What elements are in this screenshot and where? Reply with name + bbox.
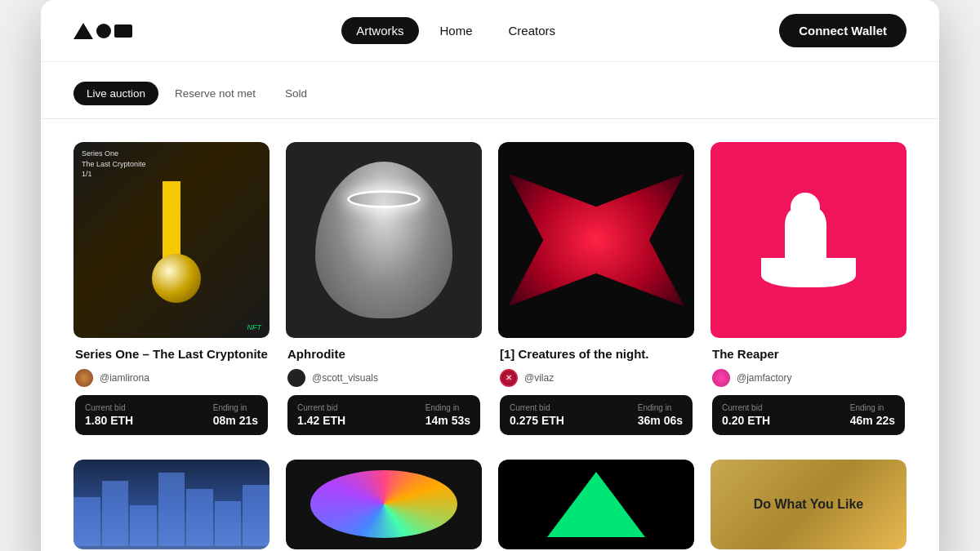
ending-section-creatures: Ending in 36m 06s <box>638 403 683 427</box>
current-bid-label-creatures: Current bid <box>510 403 564 412</box>
artwork-card-reaper[interactable]: The Reaper @jamfactory Current bid 0.20 … <box>710 142 906 443</box>
ending-label-creatures: Ending in <box>638 403 683 412</box>
artwork-image-creatures <box>498 142 694 338</box>
author-avatar-scott-visuals <box>287 369 305 387</box>
artwork-image-disco <box>286 460 482 549</box>
artworks-grid: Series One The Last Cryptonite 1/1 NFT S… <box>41 119 939 551</box>
logo-rect-icon <box>114 24 132 38</box>
artwork-card-disco[interactable] <box>286 460 482 549</box>
author-name-reaper: @jamfactory <box>737 372 792 384</box>
filter-live-auction[interactable]: Live auction <box>74 82 158 105</box>
current-bid-label-reaper: Current bid <box>722 403 770 412</box>
author-name-series-one: @iamlirona <box>100 372 149 384</box>
card1-nft-label: NFT <box>247 323 262 331</box>
card-author-reaper: @jamfactory <box>712 369 905 387</box>
card2-bust <box>315 162 452 318</box>
building-4 <box>158 473 185 546</box>
card-author-creatures: ✕ @vilaz <box>500 369 693 387</box>
card-title-series-one: Series One – The Last Cryptonite <box>75 346 268 362</box>
logo <box>74 23 132 39</box>
disco-ball <box>310 470 457 538</box>
card-title-creatures: [1] Creatures of the night. <box>500 346 693 362</box>
connect-wallet-button[interactable]: Connect Wallet <box>779 14 906 47</box>
bid-bar-creatures: Current bid 0.275 ETH Ending in 36m 06s <box>500 395 693 435</box>
artwork-card-graffiti[interactable]: Do What You Like <box>710 460 906 549</box>
artwork-card-aphrodite[interactable]: Aphrodite @scott_visuals Current bid 1.4… <box>286 142 482 443</box>
browser-window: Artworks Home Creators Connect Wallet Li… <box>41 0 939 551</box>
author-avatar-vilaz: ✕ <box>500 369 518 387</box>
card-info-series-one: Series One – The Last Cryptonite @iamlir… <box>74 338 270 443</box>
building-6 <box>215 501 242 546</box>
current-bid-value-aphrodite: 1.42 ETH <box>297 414 345 427</box>
filter-bar: Live auction Reserve not met Sold <box>41 62 939 119</box>
author-avatar-iamlirona <box>75 369 93 387</box>
card4-figure <box>750 181 867 299</box>
card-info-reaper: The Reaper @jamfactory Current bid 0.20 … <box>710 338 906 443</box>
card-title-reaper: The Reaper <box>712 346 905 362</box>
author-avatar-jamfactory <box>712 369 730 387</box>
current-bid-value-reaper: 0.20 ETH <box>722 414 770 427</box>
card3-wings <box>508 157 684 323</box>
pyramid-shape <box>547 472 645 537</box>
author-name-creatures: @vilaz <box>524 372 554 384</box>
current-bid-section-creatures: Current bid 0.275 ETH <box>510 403 564 427</box>
logo-triangle-icon <box>74 23 93 39</box>
card2-ring <box>347 190 421 208</box>
ending-label-reaper: Ending in <box>850 403 895 412</box>
city-buildings <box>74 473 270 549</box>
current-bid-section-aphrodite: Current bid 1.42 ETH <box>297 403 345 427</box>
nav-home[interactable]: Home <box>425 17 488 44</box>
ending-label-series-one: Ending in <box>213 403 258 412</box>
current-bid-label-series-one: Current bid <box>85 403 133 412</box>
artwork-image-city <box>74 460 270 549</box>
nav-links: Artworks Home Creators <box>341 17 570 44</box>
artwork-image-series-one: Series One The Last Cryptonite 1/1 NFT <box>74 142 270 338</box>
card-author-aphrodite: @scott_visuals <box>287 369 480 387</box>
current-bid-section-series-one: Current bid 1.80 ETH <box>85 403 133 427</box>
card-author-series-one: @iamlirona <box>75 369 268 387</box>
artwork-image-pyramid <box>498 460 694 549</box>
building-2 <box>102 481 129 546</box>
ending-value-reaper: 46m 22s <box>850 414 895 427</box>
card-info-aphrodite: Aphrodite @scott_visuals Current bid 1.4… <box>286 338 482 443</box>
card1-sphere <box>152 254 201 303</box>
card-title-aphrodite: Aphrodite <box>287 346 480 362</box>
artwork-image-aphrodite <box>286 142 482 338</box>
ending-section-aphrodite: Ending in 14m 53s <box>425 403 470 427</box>
graffiti-text: Do What You Like <box>710 460 906 549</box>
nav-artworks[interactable]: Artworks <box>341 17 418 44</box>
nav-creators[interactable]: Creators <box>494 17 571 44</box>
card1-label: Series One The Last Cryptonite 1/1 <box>82 149 146 180</box>
artwork-image-reaper <box>710 142 906 338</box>
building-5 <box>186 489 213 546</box>
building-1 <box>74 497 100 546</box>
bid-bar-series-one: Current bid 1.80 ETH Ending in 08m 21s <box>75 395 268 435</box>
artwork-card-series-one[interactable]: Series One The Last Cryptonite 1/1 NFT S… <box>74 142 270 443</box>
current-bid-value-series-one: 1.80 ETH <box>85 414 133 427</box>
current-bid-value-creatures: 0.275 ETH <box>510 414 564 427</box>
artwork-card-creatures[interactable]: [1] Creatures of the night. ✕ @vilaz Cur… <box>498 142 694 443</box>
filter-sold[interactable]: Sold <box>272 82 320 105</box>
building-3 <box>130 505 157 546</box>
ending-section-reaper: Ending in 46m 22s <box>850 403 895 427</box>
current-bid-section-reaper: Current bid 0.20 ETH <box>722 403 770 427</box>
bid-bar-aphrodite: Current bid 1.42 ETH Ending in 14m 53s <box>287 395 480 435</box>
building-7 <box>243 485 270 546</box>
artwork-card-city[interactable] <box>74 460 270 549</box>
bid-bar-reaper: Current bid 0.20 ETH Ending in 46m 22s <box>712 395 905 435</box>
ending-label-aphrodite: Ending in <box>425 403 470 412</box>
current-bid-label-aphrodite: Current bid <box>297 403 345 412</box>
ending-section-series-one: Ending in 08m 21s <box>213 403 258 427</box>
author-name-aphrodite: @scott_visuals <box>312 372 378 384</box>
navbar: Artworks Home Creators Connect Wallet <box>41 0 939 62</box>
card-info-creatures: [1] Creatures of the night. ✕ @vilaz Cur… <box>498 338 694 443</box>
artwork-card-pyramid[interactable] <box>498 460 694 549</box>
ending-value-creatures: 36m 06s <box>638 414 683 427</box>
filter-reserve-not-met[interactable]: Reserve not met <box>162 82 269 105</box>
artwork-image-graffiti: Do What You Like <box>710 460 906 549</box>
ending-value-series-one: 08m 21s <box>213 414 258 427</box>
logo-circle-icon <box>96 24 111 38</box>
ending-value-aphrodite: 14m 53s <box>425 414 470 427</box>
